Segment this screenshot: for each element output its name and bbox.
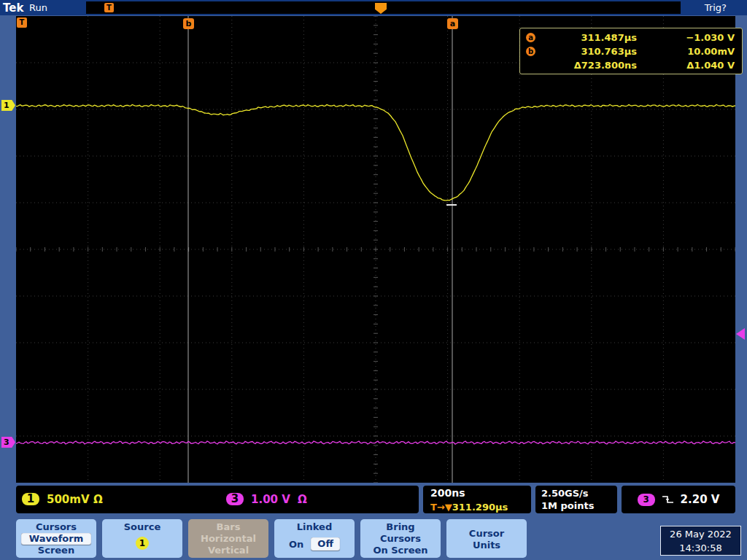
- ch3-badge[interactable]: 3: [226, 493, 244, 505]
- cursor-delta-row: Δ723.800ns Δ1.040 V: [526, 58, 735, 72]
- ch1-coupling: Ω: [93, 493, 103, 506]
- waveform-display: T b a a 311.487µs −1.030 V b 310.763µs 1…: [16, 16, 735, 483]
- cursor-a-row: a 311.487µs −1.030 V: [526, 31, 735, 44]
- cursor-b-badge: b: [526, 47, 535, 56]
- cursor-delta-spacer: [526, 61, 535, 70]
- bring-line1: Bring: [360, 521, 441, 533]
- linked-option-off[interactable]: Off: [311, 537, 340, 551]
- ch3-coupling: Ω: [298, 493, 307, 506]
- cursor-b-flag[interactable]: b: [183, 18, 194, 29]
- softkey-bring-cursors[interactable]: Bring Cursors On Screen: [360, 519, 441, 558]
- trigger-left-indicator[interactable]: T: [17, 18, 27, 28]
- bring-line3: On Screen: [360, 545, 441, 556]
- acquisition-readout[interactable]: 2.50GS/s 1M points: [535, 486, 617, 513]
- cursor-b-time: 310.763µs: [542, 46, 637, 57]
- cursor-a-time: 311.487µs: [542, 32, 637, 43]
- ch1-badge[interactable]: 1: [22, 493, 39, 505]
- ch1-scale[interactable]: 500mV: [47, 493, 90, 506]
- trigger-source-badge: 3: [638, 494, 655, 506]
- softkey-cursor-units[interactable]: Cursor Units: [446, 519, 527, 558]
- cursor-delta-time: Δ723.800ns: [542, 60, 637, 71]
- cursor-a-badge: a: [526, 33, 535, 42]
- trigger-level-arrow[interactable]: [736, 328, 745, 340]
- cursors-option-waveform[interactable]: Waveform: [21, 533, 91, 545]
- top-status-bar: Tek Run T Trig?: [0, 0, 747, 15]
- units-line1: Cursor: [446, 528, 527, 540]
- softkey-linked[interactable]: Linked On Off: [274, 519, 355, 558]
- ch1-ground-marker[interactable]: 1: [1, 100, 15, 111]
- softkey-source[interactable]: Source 1: [102, 519, 182, 558]
- bars-option-vertical: Vertical: [188, 545, 268, 556]
- trigger-position-prefix-icon: T→▼: [430, 502, 452, 513]
- trigger-position-icon: T: [104, 3, 114, 12]
- trigger-status-label: Trig?: [705, 2, 727, 13]
- channel-readout-bar: 1 500mV Ω 3 1.00 V Ω: [16, 486, 419, 513]
- tek-logo: Tek: [3, 1, 23, 15]
- acquisition-run-status: Run: [29, 2, 47, 13]
- bars-option-horizontal: Horizontal: [188, 533, 268, 545]
- trigger-readout[interactable]: 3 2.20 V: [622, 486, 735, 513]
- oscilloscope-screen: Tek Run T Trig? T b a a 311.487µs −1.030…: [0, 0, 747, 560]
- softkey-bars-orientation: Bars Horizontal Vertical: [188, 519, 268, 558]
- source-title: Source: [102, 521, 182, 533]
- bars-title: Bars: [188, 521, 268, 533]
- units-line2: Units: [446, 540, 527, 551]
- record-length: 1M points: [541, 500, 594, 511]
- trigger-level: 2.20 V: [681, 493, 720, 506]
- cursors-option-screen[interactable]: Screen: [21, 545, 91, 556]
- source-channel-badge: 1: [136, 537, 149, 550]
- timebase-position: 311.290µs: [452, 502, 508, 513]
- linked-title: Linked: [274, 521, 355, 533]
- datetime-display: 26 May 2022 14:30:58: [660, 526, 741, 556]
- cursor-b-row: b 310.763µs 10.00mV: [526, 44, 735, 58]
- waveform-plot: [16, 16, 735, 483]
- cursor-b-voltage: 10.00mV: [637, 46, 735, 57]
- bring-line2: Cursors: [360, 533, 441, 545]
- ch3-scale[interactable]: 1.00 V: [251, 493, 290, 506]
- sample-rate: 2.50GS/s: [541, 488, 589, 499]
- ch3-ground-marker[interactable]: 3: [1, 437, 15, 448]
- cursor-a-flag[interactable]: a: [447, 18, 458, 29]
- timebase-readout[interactable]: 200ns T→▼311.290µs: [423, 486, 531, 513]
- cursor-readout-box: a 311.487µs −1.030 V b 310.763µs 10.00mV…: [519, 28, 743, 74]
- cursor-delta-voltage: Δ1.040 V: [637, 60, 735, 71]
- falling-edge-icon: [662, 494, 674, 505]
- softkey-cursors-mode[interactable]: Cursors Waveform Screen: [16, 519, 96, 558]
- cursor-a-voltage: −1.030 V: [637, 32, 735, 43]
- cursors-title: Cursors: [16, 521, 96, 533]
- timebase-scale: 200ns: [430, 487, 531, 499]
- linked-option-on[interactable]: On: [289, 539, 303, 550]
- date-label: 26 May 2022: [670, 529, 732, 540]
- time-label: 14:30:58: [679, 542, 721, 553]
